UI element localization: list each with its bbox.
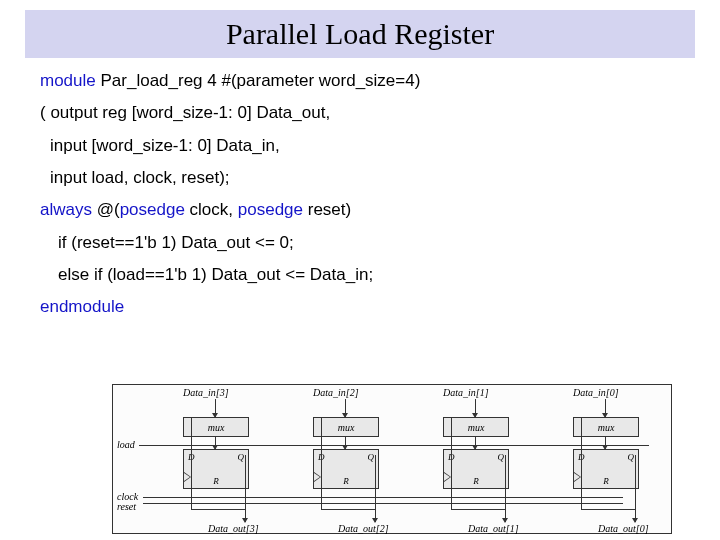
flipflop: D Q R <box>573 449 639 489</box>
code-line: always @(posedge clock, posedge reset) <box>40 197 680 223</box>
wire <box>321 509 375 510</box>
verilog-code: module Par_load_reg 4 #(parameter word_s… <box>0 58 720 321</box>
wire <box>605 437 606 449</box>
label-reset: reset <box>117 501 136 512</box>
wire <box>581 509 635 510</box>
label-data-out: Data_out[3] <box>208 523 259 534</box>
label-data-out: Data_out[0] <box>598 523 649 534</box>
clock-bus <box>143 497 623 498</box>
wire-feedback <box>191 417 192 509</box>
wire-in <box>475 399 476 417</box>
wire-in <box>215 399 216 417</box>
code-text: clock, <box>185 200 238 219</box>
label-load: load <box>117 439 135 450</box>
wire-feedback <box>581 417 582 509</box>
wire-feedback <box>451 417 452 509</box>
wire <box>345 437 346 449</box>
load-bus <box>139 445 649 446</box>
mux-box: mux <box>313 417 379 437</box>
wire-out <box>375 510 376 522</box>
wire <box>191 509 245 510</box>
code-line: if (reset==1'b 1) Data_out <= 0; <box>40 230 680 256</box>
page-title: Parallel Load Register <box>226 17 494 51</box>
ff-r-label: R <box>213 476 219 486</box>
circuit-diagram: Data_in[3] mux D Q R Data_out[3] Data_in… <box>112 384 672 534</box>
kw-posedge: posedge <box>120 200 185 219</box>
wire-in <box>605 399 606 417</box>
code-line: input [word_size-1: 0] Data_in, <box>40 133 680 159</box>
wire-in <box>345 399 346 417</box>
clock-triangle-icon <box>184 472 191 482</box>
code-line: input load, clock, reset); <box>40 165 680 191</box>
wire <box>451 509 505 510</box>
label-data-in: Data_in[1] <box>443 387 489 398</box>
wire-q <box>245 455 246 510</box>
ff-q-label: Q <box>238 452 245 462</box>
code-line: ( output reg [word_size-1: 0] Data_out, <box>40 100 680 126</box>
label-data-in: Data_in[0] <box>573 387 619 398</box>
mux-box: mux <box>443 417 509 437</box>
flipflop: D Q R <box>183 449 249 489</box>
flipflop: D Q R <box>443 449 509 489</box>
kw-posedge: posedge <box>238 200 303 219</box>
code-line: endmodule <box>40 294 680 320</box>
code-text: @( <box>92 200 120 219</box>
mux-box: mux <box>183 417 249 437</box>
ff-r-label: R <box>603 476 609 486</box>
clock-triangle-icon <box>574 472 581 482</box>
label-data-in: Data_in[3] <box>183 387 229 398</box>
code-text: Par_load_reg 4 #(parameter word_size=4) <box>96 71 421 90</box>
code-text: reset) <box>303 200 351 219</box>
wire <box>215 437 216 449</box>
label-data-out: Data_out[1] <box>468 523 519 534</box>
flipflop: D Q R <box>313 449 379 489</box>
kw-always: always <box>40 200 92 219</box>
clock-triangle-icon <box>314 472 321 482</box>
wire-q <box>505 455 506 510</box>
wire <box>475 437 476 449</box>
code-line: module Par_load_reg 4 #(parameter word_s… <box>40 68 680 94</box>
ff-r-label: R <box>473 476 479 486</box>
wire-q <box>375 455 376 510</box>
ff-r-label: R <box>343 476 349 486</box>
ff-q-label: Q <box>498 452 505 462</box>
mux-box: mux <box>573 417 639 437</box>
wire-q <box>635 455 636 510</box>
ff-q-label: Q <box>368 452 375 462</box>
ff-q-label: Q <box>628 452 635 462</box>
reset-bus <box>143 503 623 504</box>
clock-triangle-icon <box>444 472 451 482</box>
label-data-out: Data_out[2] <box>338 523 389 534</box>
wire-out <box>635 510 636 522</box>
kw-module: module <box>40 71 96 90</box>
wire-feedback <box>321 417 322 509</box>
wire-out <box>245 510 246 522</box>
label-data-in: Data_in[2] <box>313 387 359 398</box>
kw-endmodule: endmodule <box>40 297 124 316</box>
title-bar: Parallel Load Register <box>25 10 695 58</box>
wire-out <box>505 510 506 522</box>
code-line: else if (load==1'b 1) Data_out <= Data_i… <box>40 262 680 288</box>
